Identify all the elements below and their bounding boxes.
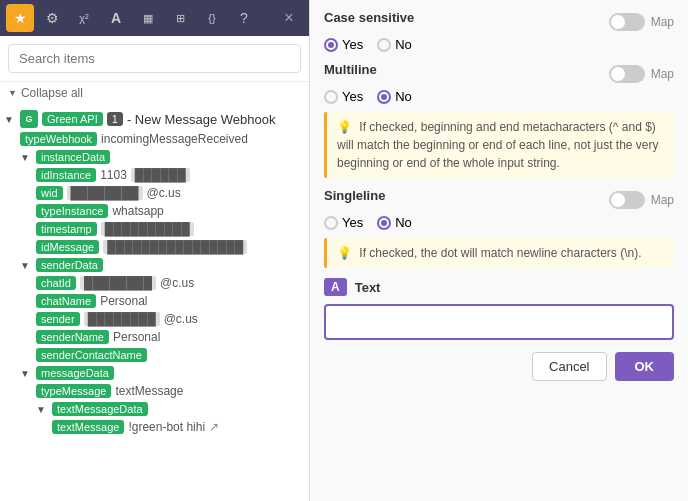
singleline-section: Singleline Map bbox=[324, 188, 674, 211]
grid-icon[interactable]: ⊞ bbox=[166, 4, 194, 32]
chat-id-badge[interactable]: chatId bbox=[36, 276, 76, 290]
singleline-yes-option[interactable]: Yes bbox=[324, 215, 363, 230]
search-input[interactable] bbox=[8, 44, 301, 73]
formula-icon[interactable]: χ² bbox=[70, 4, 98, 32]
text-icon[interactable]: A bbox=[102, 4, 130, 32]
wid-badge[interactable]: wid bbox=[36, 186, 63, 200]
case-sensitive-no-radio[interactable] bbox=[377, 38, 391, 52]
collapse-all-label: Collapse all bbox=[21, 86, 83, 100]
code-icon[interactable]: {} bbox=[198, 4, 226, 32]
chat-id-value-blur: ████████ bbox=[80, 276, 156, 290]
root-title: - New Message Webhook bbox=[127, 112, 276, 127]
multiline-map-label: Map bbox=[651, 67, 674, 81]
star-icon[interactable]: ★ bbox=[6, 4, 34, 32]
yes-label: Yes bbox=[342, 215, 363, 230]
toolbar: ★ ⚙ χ² A ▦ ⊞ {} ? × bbox=[0, 0, 309, 36]
wid-value: @c.us bbox=[147, 186, 181, 200]
case-sensitive-toggle[interactable] bbox=[609, 13, 645, 31]
id-message-badge[interactable]: idMessage bbox=[36, 240, 99, 254]
multiline-no-radio[interactable] bbox=[377, 90, 391, 104]
case-sensitive-no-option[interactable]: No bbox=[377, 37, 412, 52]
hint-icon: 💡 bbox=[337, 120, 352, 134]
id-instance-badge[interactable]: idInstance bbox=[36, 168, 96, 182]
yes-label: Yes bbox=[342, 37, 363, 52]
type-instance-value: whatsapp bbox=[112, 204, 163, 218]
collapse-all-button[interactable]: Collapse all bbox=[0, 82, 309, 104]
list-item: chatName Personal bbox=[0, 292, 309, 310]
tree-area: ▼ G Green API 1 - New Message Webhook ty… bbox=[0, 104, 309, 501]
toggle-arrow[interactable]: ▼ bbox=[36, 404, 48, 415]
list-item: sender ████████ @c.us bbox=[0, 310, 309, 328]
text-input-field[interactable] bbox=[324, 304, 674, 340]
sender-contact-name-badge[interactable]: senderContactName bbox=[36, 348, 147, 362]
text-message-value: !green-bot hihi bbox=[128, 420, 205, 434]
multiline-toggle[interactable] bbox=[609, 65, 645, 83]
left-panel: ★ ⚙ χ² A ▦ ⊞ {} ? × Collapse all ▼ G Gre… bbox=[0, 0, 310, 501]
list-item: typeInstance whatsapp bbox=[0, 202, 309, 220]
text-message-data-badge[interactable]: textMessageData bbox=[52, 402, 148, 416]
sender-data-badge[interactable]: senderData bbox=[36, 258, 103, 272]
no-label: No bbox=[395, 89, 412, 104]
case-sensitive-radio-group: Yes No bbox=[324, 37, 674, 52]
cancel-button[interactable]: Cancel bbox=[532, 352, 606, 381]
case-sensitive-yes-option[interactable]: Yes bbox=[324, 37, 363, 52]
instance-data-badge[interactable]: instanceData bbox=[36, 150, 110, 164]
ok-button[interactable]: OK bbox=[615, 352, 675, 381]
sender-value: @c.us bbox=[164, 312, 198, 326]
sender-name-badge[interactable]: senderName bbox=[36, 330, 109, 344]
singleline-yes-radio[interactable] bbox=[324, 216, 338, 230]
text-label: Text bbox=[355, 280, 381, 295]
message-data-badge[interactable]: messageData bbox=[36, 366, 114, 380]
help-icon[interactable]: ? bbox=[230, 4, 258, 32]
close-icon[interactable]: × bbox=[275, 4, 303, 32]
type-message-badge[interactable]: typeMessage bbox=[36, 384, 111, 398]
case-sensitive-label: Case sensitive bbox=[324, 10, 414, 25]
multiline-yes-option[interactable]: Yes bbox=[324, 89, 363, 104]
type-instance-badge[interactable]: typeInstance bbox=[36, 204, 108, 218]
list-item: timestamp ██████████ bbox=[0, 220, 309, 238]
text-message-badge[interactable]: textMessage bbox=[52, 420, 124, 434]
list-item: chatId ████████ @c.us bbox=[0, 274, 309, 292]
multiline-no-option[interactable]: No bbox=[377, 89, 412, 104]
list-item: wid ████████ @c.us bbox=[0, 184, 309, 202]
cursor-indicator: ↗ bbox=[209, 420, 219, 434]
list-item: senderContactName bbox=[0, 346, 309, 364]
singleline-toggle[interactable] bbox=[609, 191, 645, 209]
list-item: idInstance 1103 ██████ bbox=[0, 166, 309, 184]
type-webhook-badge[interactable]: typeWebhook bbox=[20, 132, 97, 146]
singleline-radio-group: Yes No bbox=[324, 215, 674, 230]
yes-label: Yes bbox=[342, 89, 363, 104]
api-icon: G bbox=[20, 110, 38, 128]
toggle-arrow[interactable]: ▼ bbox=[20, 152, 32, 163]
tree-root-node: ▼ G Green API 1 - New Message Webhook bbox=[0, 108, 309, 130]
multiline-yes-radio[interactable] bbox=[324, 90, 338, 104]
timestamp-badge[interactable]: timestamp bbox=[36, 222, 97, 236]
calendar-icon[interactable]: ▦ bbox=[134, 4, 162, 32]
chat-id-value: @c.us bbox=[160, 276, 194, 290]
instance-data-group: ▼ instanceData bbox=[0, 148, 309, 166]
list-item: textMessage !green-bot hihi ↗ bbox=[0, 418, 309, 436]
settings-icon[interactable]: ⚙ bbox=[38, 4, 66, 32]
toggle-arrow[interactable]: ▼ bbox=[20, 368, 32, 379]
case-sensitive-toggle-row: Map bbox=[609, 13, 674, 31]
wid-value-blur: ████████ bbox=[67, 186, 143, 200]
sender-name-value: Personal bbox=[113, 330, 160, 344]
type-webhook-value: incomingMessageReceived bbox=[101, 132, 248, 146]
list-item: typeMessage textMessage bbox=[0, 382, 309, 400]
toggle-arrow[interactable]: ▼ bbox=[4, 114, 16, 125]
action-buttons: Cancel OK bbox=[324, 352, 674, 381]
toggle-arrow[interactable]: ▼ bbox=[20, 260, 32, 271]
text-section-header: A Text bbox=[324, 278, 674, 296]
case-sensitive-section: Case sensitive Map bbox=[324, 10, 674, 33]
search-bar bbox=[0, 36, 309, 82]
toggle-knob bbox=[611, 193, 625, 207]
toggle-knob bbox=[611, 15, 625, 29]
case-sensitive-yes-radio[interactable] bbox=[324, 38, 338, 52]
list-item: typeWebhook incomingMessageReceived bbox=[0, 130, 309, 148]
id-instance-value-num: 1103 bbox=[100, 168, 127, 182]
chat-name-badge[interactable]: chatName bbox=[36, 294, 96, 308]
sender-data-group: ▼ senderData bbox=[0, 256, 309, 274]
sender-badge[interactable]: sender bbox=[36, 312, 80, 326]
singleline-no-radio[interactable] bbox=[377, 216, 391, 230]
singleline-no-option[interactable]: No bbox=[377, 215, 412, 230]
